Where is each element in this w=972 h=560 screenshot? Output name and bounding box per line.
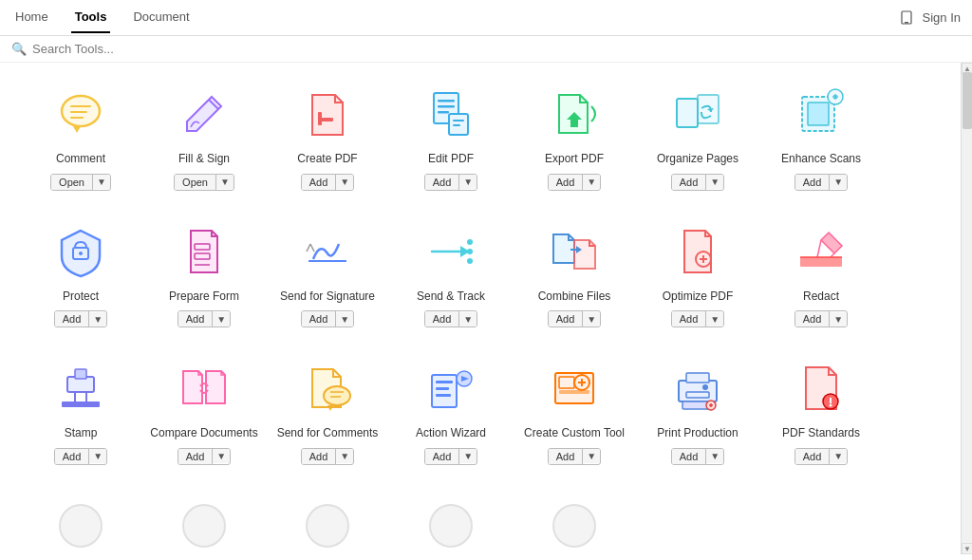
tool-btn-dropdown-pdf-standards[interactable]: ▼ [830, 449, 847, 463]
tool-btn-open-comment[interactable]: Open [51, 175, 93, 190]
search-input[interactable] [32, 42, 222, 56]
tool-btn-add-edit-pdf[interactable]: Add [425, 175, 460, 190]
tool-btn-group-prepare-form: Add▼ [178, 310, 231, 327]
tool-btn-add-send-&-track[interactable]: Add [425, 311, 460, 327]
tool-btn-dropdown-combine-files[interactable]: ▼ [583, 312, 600, 327]
tool-item-combine-files: Combine FilesAdd▼ [513, 210, 636, 338]
tool-btn-dropdown-export-pdf[interactable]: ▼ [583, 175, 600, 189]
tool-btn-add-send-for-comments[interactable]: Add [302, 449, 337, 464]
tools-row-1: ProtectAdd▼ Prepare FormAdd▼ Send for Si… [19, 210, 942, 338]
tool-icon-combine-files [544, 221, 605, 282]
tool-name-send-for-signature: Send for Signature [280, 289, 375, 305]
tool-btn-dropdown-optimize-pdf[interactable]: ▼ [706, 312, 723, 327]
tool-btn-add-redact[interactable]: Add [795, 311, 831, 327]
svg-point-78 [830, 404, 832, 407]
tool-btn-add-export-pdf[interactable]: Add [549, 175, 584, 190]
tool-btn-add-send-for-signature[interactable]: Add [302, 311, 337, 327]
tool-btn-add-action-wizard[interactable]: Add [425, 449, 460, 464]
tool-icon-partial-0 [50, 495, 111, 554]
tool-icon-enhance-scans [791, 84, 851, 144]
tool-btn-add-compare-documents[interactable]: Add [178, 449, 214, 464]
tool-btn-group-create-pdf: Add▼ [301, 174, 354, 191]
tool-btn-add-protect[interactable]: Add [55, 311, 90, 327]
tool-btn-dropdown-send-for-signature[interactable]: ▼ [336, 312, 353, 327]
tool-btn-group-combine-files: Add▼ [548, 310, 601, 327]
tool-icon-protect [50, 221, 111, 282]
tool-btn-group-organize-pages: Add▼ [671, 174, 724, 191]
tool-name-organize-pages: Organize Pages [657, 152, 738, 167]
tool-btn-dropdown-action-wizard[interactable]: ▼ [459, 449, 477, 463]
tool-icon-print-production [667, 358, 728, 419]
svg-point-83 [553, 505, 595, 547]
tool-name-stamp: Stamp [65, 426, 98, 441]
tool-btn-dropdown-enhance-scans[interactable]: ▼ [830, 175, 847, 189]
tool-name-enhance-scans: Enhance Scans [781, 152, 861, 167]
tool-btn-add-pdf-standards[interactable]: Add [795, 449, 831, 464]
tool-btn-dropdown-stamp[interactable]: ▼ [89, 449, 106, 463]
nav-right: Sign In [900, 10, 961, 26]
tool-btn-group-enhance-scans: Add▼ [794, 174, 848, 191]
tool-btn-dropdown-organize-pages[interactable]: ▼ [706, 175, 723, 189]
tool-btn-add-combine-files[interactable]: Add [549, 311, 584, 327]
tool-btn-dropdown-protect[interactable]: ▼ [89, 312, 106, 327]
tool-btn-add-stamp[interactable]: Add [55, 449, 90, 464]
tool-btn-add-create-custom-tool[interactable]: Add [549, 449, 584, 464]
tool-btn-add-enhance-scans[interactable]: Add [795, 175, 831, 190]
tool-icon-partial-3 [421, 495, 481, 554]
tool-btn-add-organize-pages[interactable]: Add [672, 175, 707, 190]
svg-rect-20 [808, 103, 829, 125]
tool-btn-dropdown-prepare-form[interactable]: ▼ [213, 312, 230, 327]
scroll-down-arrow[interactable]: ▼ [962, 543, 972, 554]
tools-row-2: StampAdd▼ Compare DocumentsAdd▼ Send for… [19, 346, 942, 475]
tool-icon-stamp [50, 358, 111, 419]
nav-document[interactable]: Document [129, 2, 193, 33]
tool-btn-open-fill-&-sign[interactable]: Open [175, 175, 216, 190]
tool-item-optimize-pdf: Optimize PDFAdd▼ [636, 210, 759, 338]
tool-icon-send-&-track [421, 221, 481, 282]
tool-btn-dropdown-comment[interactable]: ▼ [93, 175, 110, 189]
tool-name-compare-documents: Compare Documents [150, 426, 257, 441]
tool-icon-partial-1 [174, 495, 234, 554]
tool-btn-dropdown-print-production[interactable]: ▼ [706, 449, 723, 463]
tool-btn-group-edit-pdf: Add▼ [424, 174, 477, 191]
tool-item-pdf-standards: PDF StandardsAdd▼ [759, 346, 883, 475]
nav-tools[interactable]: Tools [71, 2, 111, 33]
tool-btn-group-print-production: Add▼ [671, 448, 724, 465]
tool-icon-optimize-pdf [667, 221, 728, 282]
tool-name-send-for-comments: Send for Comments [277, 426, 379, 441]
tool-item-create-pdf: Create PDFAdd▼ [266, 72, 389, 200]
tool-btn-add-prepare-form[interactable]: Add [178, 311, 214, 327]
tool-icon-partial-4 [544, 495, 605, 554]
tool-btn-dropdown-fill-&-sign[interactable]: ▼ [216, 175, 234, 189]
svg-point-36 [467, 239, 473, 245]
tool-btn-dropdown-create-custom-tool[interactable]: ▼ [583, 449, 600, 463]
svg-rect-48 [75, 369, 86, 379]
tool-item-partial-1 [142, 484, 266, 554]
tool-item-partial-4 [513, 484, 636, 554]
tool-btn-add-optimize-pdf[interactable]: Add [672, 311, 707, 327]
svg-rect-12 [438, 105, 455, 108]
scrollbar-thumb[interactable] [963, 72, 972, 129]
tool-item-partial-2 [266, 484, 389, 554]
tool-name-protect: Protect [63, 289, 99, 305]
tool-name-print-production: Print Production [657, 426, 738, 441]
nav-home[interactable]: Home [11, 2, 52, 33]
tool-btn-dropdown-redact[interactable]: ▼ [830, 312, 847, 327]
tool-btn-dropdown-create-pdf[interactable]: ▼ [336, 175, 353, 189]
svg-line-33 [310, 244, 314, 252]
tool-btn-dropdown-compare-documents[interactable]: ▼ [213, 449, 230, 463]
scrollbar[interactable]: ▲ ▼ [961, 63, 972, 554]
tool-btn-group-action-wizard: Add▼ [424, 448, 477, 465]
tool-btn-dropdown-edit-pdf[interactable]: ▼ [459, 175, 477, 189]
tool-btn-dropdown-send-&-track[interactable]: ▼ [459, 312, 477, 327]
tool-btn-add-print-production[interactable]: Add [672, 449, 707, 464]
svg-point-37 [467, 249, 473, 254]
tool-icon-send-for-comments [297, 358, 358, 419]
svg-rect-15 [453, 120, 464, 121]
tool-btn-dropdown-send-for-comments[interactable]: ▼ [336, 449, 353, 463]
tool-name-prepare-form: Prepare Form [169, 289, 239, 305]
svg-rect-17 [677, 99, 698, 127]
sign-in-link[interactable]: Sign In [923, 10, 961, 25]
tool-name-comment: Comment [56, 152, 105, 167]
tool-btn-add-create-pdf[interactable]: Add [302, 175, 337, 190]
